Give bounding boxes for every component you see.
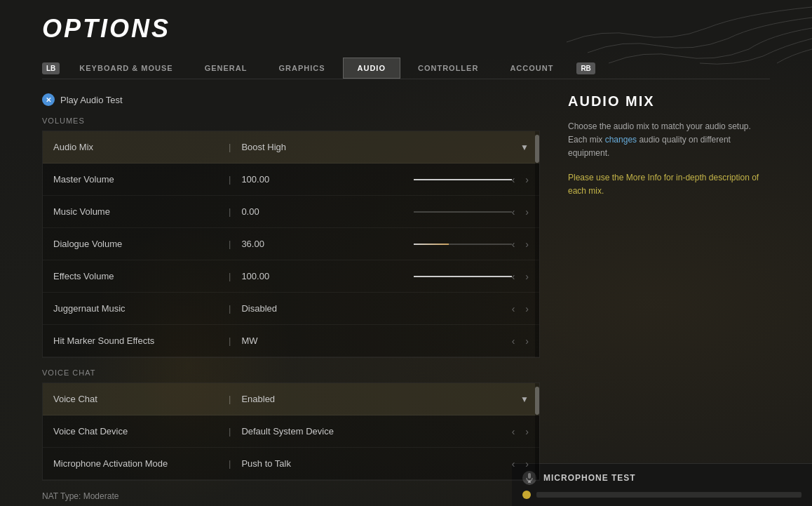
tab-keyboard[interactable]: KEYBOARD & MOUSE: [65, 58, 187, 78]
effects-volume-row[interactable]: Effects Volume | 100.00 ‹ ›: [43, 260, 539, 293]
right-arrow-icon[interactable]: ›: [525, 303, 529, 314]
divider: |: [229, 206, 231, 217]
right-arrow-icon[interactable]: ›: [525, 335, 529, 347]
left-arrow-icon[interactable]: ‹: [512, 271, 515, 282]
volumes-section-header: Volumes: [42, 116, 540, 125]
dialogue-volume-fill: [414, 244, 449, 245]
tab-audio[interactable]: AUDIO: [343, 58, 400, 79]
left-bumper[interactable]: LB: [42, 62, 60, 74]
voice-chat-device-arrows: ‹ ›: [512, 426, 529, 437]
left-arrow-icon[interactable]: ‹: [512, 239, 515, 250]
tab-account[interactable]: ACCOUNT: [496, 58, 567, 78]
tab-general[interactable]: GENERAL: [191, 58, 262, 78]
left-arrow-icon[interactable]: ‹: [512, 206, 515, 218]
voice-scrollbar-thumb[interactable]: [535, 387, 539, 415]
dialogue-volume-value: 36.00: [241, 239, 406, 249]
juggernaut-music-row[interactable]: Juggernaut Music | Disabled ‹ ›: [43, 293, 539, 325]
juggernaut-music-value: Disabled: [241, 303, 511, 314]
nat-type-label: NAT Type: Moderate: [42, 491, 540, 501]
dropdown-chevron-icon: ▼: [520, 394, 529, 404]
left-arrow-icon[interactable]: ‹: [512, 174, 515, 185]
play-audio-test-button[interactable]: ✕ Play Audio Test: [42, 93, 540, 106]
juggernaut-music-label: Juggernaut Music: [53, 303, 229, 314]
tab-graphics[interactable]: GRAPHICS: [264, 58, 339, 78]
right-arrow-icon[interactable]: ›: [525, 174, 529, 185]
divider: |: [229, 271, 231, 281]
hit-marker-arrows: ‹ ›: [512, 335, 529, 347]
audio-mix-value: Boost High: [241, 142, 520, 152]
right-panel: AUDIO MIX Choose the audio mix to match …: [554, 93, 770, 501]
right-bumper[interactable]: RB: [576, 62, 595, 74]
effects-volume-value: 100.00: [241, 271, 406, 281]
music-volume-label: Music Volume: [53, 206, 229, 217]
divider: |: [229, 426, 231, 437]
hit-marker-value: MW: [241, 335, 511, 346]
hit-marker-label: Hit Marker Sound Effects: [53, 335, 229, 346]
divider: |: [229, 303, 231, 314]
effects-volume-fill: [414, 276, 512, 277]
mic-activation-arrows: ‹ ›: [512, 458, 529, 470]
juggernaut-music-arrows: ‹ ›: [512, 303, 529, 314]
music-volume-track: [414, 211, 512, 213]
music-volume-arrows: ‹ ›: [512, 206, 529, 218]
right-arrow-icon[interactable]: ›: [525, 426, 529, 437]
info-panel-note: Please use the More Info for in-depth de…: [568, 171, 770, 198]
audio-test-label: Play Audio Test: [60, 95, 123, 105]
dialogue-volume-slider[interactable]: 36.00: [241, 239, 511, 249]
voice-chat-device-value: Default System Device: [241, 426, 511, 437]
left-arrow-icon[interactable]: ‹: [512, 426, 515, 437]
right-arrow-icon[interactable]: ›: [525, 239, 529, 250]
right-arrow-icon[interactable]: ›: [525, 206, 529, 218]
master-volume-row[interactable]: Master Volume | 100.00 ‹ ›: [43, 164, 539, 196]
volumes-settings-list: Audio Mix | Boost High ▼ Master Volume |…: [42, 131, 540, 358]
dialogue-volume-row[interactable]: Dialogue Volume | 36.00 ‹ ›: [43, 228, 539, 260]
page-title: OPTIONS: [42, 14, 770, 44]
master-volume-slider[interactable]: 100.00: [241, 174, 511, 185]
master-volume-arrows: ‹ ›: [512, 174, 529, 185]
voice-chat-row[interactable]: Voice Chat | Enabled ▼: [43, 383, 539, 415]
left-arrow-icon[interactable]: ‹: [512, 335, 515, 347]
voice-chat-value: Enabled: [241, 394, 520, 404]
scrollbar-thumb[interactable]: [535, 135, 539, 163]
divider: |: [229, 142, 231, 152]
voice-chat-section-header: Voice Chat: [42, 368, 540, 377]
music-volume-row[interactable]: Music Volume | 0.00 ‹ ›: [43, 196, 539, 228]
mic-activation-label: Microphone Activation Mode: [53, 458, 229, 469]
audio-mix-row[interactable]: Audio Mix | Boost High ▼: [43, 131, 539, 164]
effects-volume-track: [414, 276, 512, 277]
voice-chat-settings-list: Voice Chat | Enabled ▼ Voice Chat Device…: [42, 382, 540, 481]
right-arrow-icon[interactable]: ›: [525, 458, 529, 470]
music-volume-slider[interactable]: 0.00: [241, 206, 511, 217]
right-arrow-icon[interactable]: ›: [525, 271, 529, 282]
info-link[interactable]: changes: [605, 135, 637, 145]
mic-activation-value: Push to Talk: [241, 458, 511, 469]
left-arrow-icon[interactable]: ‹: [512, 303, 515, 314]
info-panel-title: AUDIO MIX: [568, 93, 770, 109]
tab-controller[interactable]: CONTROLLER: [404, 58, 492, 78]
music-volume-value: 0.00: [241, 206, 406, 217]
mic-activation-row[interactable]: Microphone Activation Mode | Push to Tal…: [43, 448, 539, 480]
voice-chat-device-row[interactable]: Voice Chat Device | Default System Devic…: [43, 415, 539, 448]
scrollbar-track[interactable]: [535, 131, 539, 357]
divider: |: [229, 458, 231, 469]
left-arrow-icon[interactable]: ‹: [512, 458, 515, 470]
divider: |: [229, 239, 231, 249]
effects-volume-slider[interactable]: 100.00: [241, 271, 511, 281]
master-volume-value: 100.00: [241, 174, 406, 185]
nav-tabs: LB KEYBOARD & MOUSE GENERAL GRAPHICS AUD…: [42, 58, 770, 79]
voice-scrollbar-track[interactable]: [535, 383, 539, 480]
x-button-icon: ✕: [42, 93, 55, 106]
dialogue-volume-arrows: ‹ ›: [512, 239, 529, 250]
audio-mix-label: Audio Mix: [53, 142, 229, 152]
divider: |: [229, 174, 231, 185]
master-volume-fill: [414, 179, 512, 180]
info-panel-description: Choose the audio mix to match your audio…: [568, 120, 770, 161]
master-volume-track: [414, 179, 512, 180]
divider: |: [229, 394, 231, 404]
voice-chat-label: Voice Chat: [53, 394, 229, 404]
hit-marker-row[interactable]: Hit Marker Sound Effects | MW ‹ ›: [43, 325, 539, 357]
dialogue-volume-label: Dialogue Volume: [53, 239, 229, 249]
dialogue-volume-track: [414, 244, 512, 245]
effects-volume-label: Effects Volume: [53, 271, 229, 281]
dropdown-chevron-icon: ▼: [520, 142, 529, 152]
